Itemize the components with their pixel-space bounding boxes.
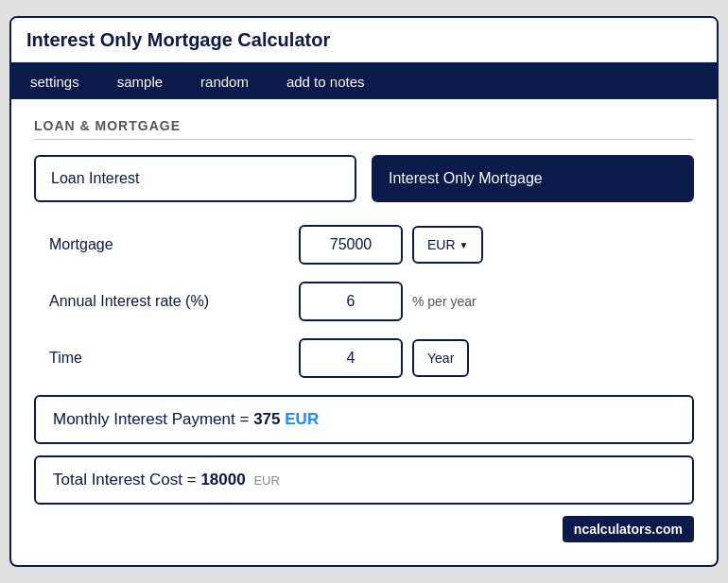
interest-rate-label: Annual Interest rate (%) xyxy=(34,293,299,310)
monthly-payment-value: 375 xyxy=(253,410,280,428)
mortgage-row: Mortgage EUR ▼ xyxy=(34,225,694,265)
brand-badge: ncalculators.com xyxy=(34,516,694,542)
mortgage-inputs: EUR ▼ xyxy=(299,225,483,265)
currency-label: EUR xyxy=(427,237,456,252)
title-bar: Interest Only Mortgage Calculator xyxy=(11,18,717,64)
total-cost-equals: = xyxy=(187,471,201,489)
monthly-payment-result: Monthly Interest Payment = 375 EUR xyxy=(34,395,694,444)
interest-rate-inputs: % per year xyxy=(299,282,477,321)
interest-rate-suffix: % per year xyxy=(412,294,477,309)
interest-rate-row: Annual Interest rate (%) % per year xyxy=(34,282,694,321)
total-cost-currency: EUR xyxy=(253,473,279,488)
calculator-container: Interest Only Mortgage Calculator settin… xyxy=(9,16,719,567)
brand-label: ncalculators.com xyxy=(563,516,694,542)
total-cost-value: 18000 xyxy=(200,471,245,489)
content-area: LOAN & MORTGAGE Loan Interest Interest O… xyxy=(11,99,717,565)
nav-item-add-to-notes[interactable]: add to notes xyxy=(268,64,384,99)
section-header: LOAN & MORTGAGE xyxy=(34,118,694,140)
nav-bar: settings sample random add to notes xyxy=(11,64,717,99)
page-title: Interest Only Mortgage Calculator xyxy=(26,29,330,50)
time-row: Time Year xyxy=(34,338,694,378)
time-label: Time xyxy=(34,350,299,367)
total-cost-result: Total Interest Cost = 18000 EUR xyxy=(34,455,694,505)
total-cost-label: Total Interest Cost xyxy=(53,471,182,489)
monthly-payment-label: Monthly Interest Payment xyxy=(53,410,235,428)
monthly-payment-equals: = xyxy=(240,410,254,428)
nav-item-random[interactable]: random xyxy=(182,64,268,99)
calc-type-interest-only-mortgage[interactable]: Interest Only Mortgage xyxy=(372,155,694,202)
mortgage-input[interactable] xyxy=(299,225,403,265)
interest-rate-input[interactable] xyxy=(299,282,403,321)
calculator-type-row: Loan Interest Interest Only Mortgage xyxy=(34,155,694,202)
time-unit-select[interactable]: Year xyxy=(412,339,469,377)
chevron-down-icon: ▼ xyxy=(459,240,469,250)
monthly-payment-currency: EUR xyxy=(285,410,319,428)
time-inputs: Year xyxy=(299,338,469,378)
mortgage-label: Mortgage xyxy=(34,236,299,253)
nav-item-sample[interactable]: sample xyxy=(98,64,182,99)
time-input[interactable] xyxy=(299,338,403,378)
calc-type-loan-interest[interactable]: Loan Interest xyxy=(34,155,356,202)
nav-item-settings[interactable]: settings xyxy=(11,64,98,99)
time-unit-label: Year xyxy=(427,351,454,366)
currency-select[interactable]: EUR ▼ xyxy=(412,226,483,264)
